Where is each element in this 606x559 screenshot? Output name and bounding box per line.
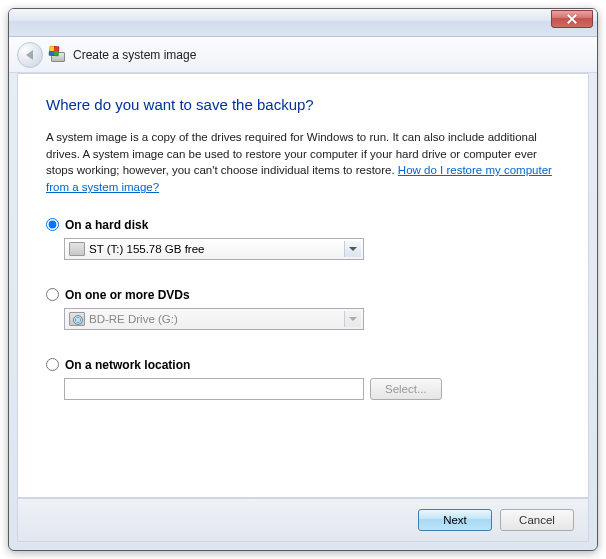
window-title: Create a system image: [73, 48, 196, 62]
radio-hard-disk-label: On a hard disk: [65, 218, 148, 232]
footer-bar: Next Cancel: [17, 498, 589, 542]
chevron-down-icon: [344, 311, 361, 327]
close-icon: [567, 14, 577, 24]
dvd-combo: BD-RE Drive (G:): [64, 308, 364, 330]
close-button[interactable]: [551, 10, 593, 28]
cancel-button[interactable]: Cancel: [500, 509, 574, 531]
dvd-value: BD-RE Drive (G:): [89, 313, 178, 325]
content-area: Where do you want to save the backup? A …: [17, 73, 589, 498]
radio-network-input[interactable]: [46, 358, 59, 371]
disc-icon: [69, 312, 85, 326]
back-button[interactable]: [17, 42, 43, 68]
drive-icon: [69, 242, 85, 256]
dialog-window: Create a system image Where do you want …: [8, 8, 598, 551]
system-image-icon: [49, 46, 67, 64]
hard-disk-combo[interactable]: ST (T:) 155.78 GB free: [64, 238, 364, 260]
page-heading: Where do you want to save the backup?: [46, 96, 560, 113]
option-dvd: On one or more DVDs BD-RE Drive (G:): [46, 288, 560, 330]
chevron-down-icon: [344, 241, 361, 257]
option-hard-disk: On a hard disk ST (T:) 155.78 GB free: [46, 218, 560, 260]
title-bar: [9, 9, 597, 37]
radio-network[interactable]: On a network location: [46, 358, 560, 372]
radio-network-label: On a network location: [65, 358, 190, 372]
select-button[interactable]: Select...: [370, 378, 442, 400]
radio-dvd-input[interactable]: [46, 288, 59, 301]
header-row: Create a system image: [9, 37, 597, 73]
description-text: A system image is a copy of the drives r…: [46, 129, 560, 196]
arrow-left-icon: [26, 50, 33, 60]
option-network: On a network location Select...: [46, 358, 560, 400]
radio-hard-disk[interactable]: On a hard disk: [46, 218, 560, 232]
radio-hard-disk-input[interactable]: [46, 218, 59, 231]
radio-dvd[interactable]: On one or more DVDs: [46, 288, 560, 302]
hard-disk-value: ST (T:) 155.78 GB free: [89, 243, 204, 255]
radio-dvd-label: On one or more DVDs: [65, 288, 190, 302]
next-button[interactable]: Next: [418, 509, 492, 531]
network-path-input[interactable]: [64, 378, 364, 400]
